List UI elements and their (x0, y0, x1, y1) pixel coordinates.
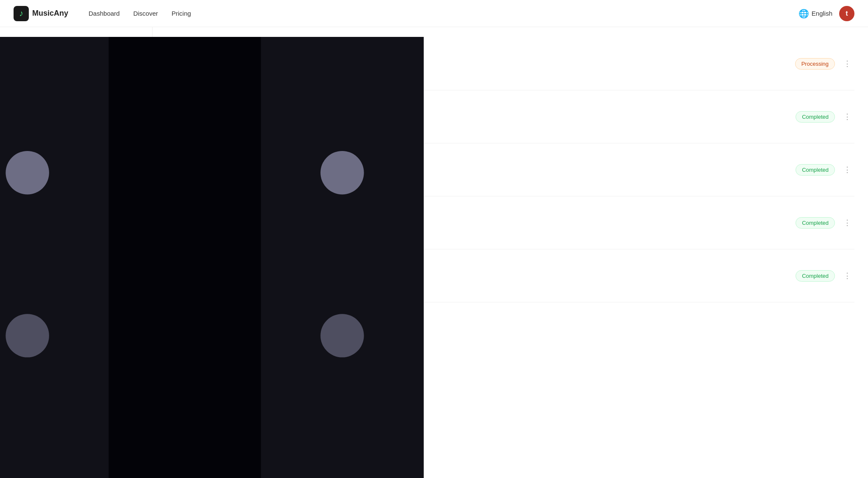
more-options-button[interactable]: ⋮ (840, 57, 854, 70)
more-options-button[interactable]: ⋮ (840, 163, 854, 176)
pricing-link[interactable]: Pricing (172, 10, 191, 17)
song-actions: Completed ⋮ (796, 163, 854, 176)
logo-icon: ♪ (14, 6, 29, 21)
user-avatar[interactable]: t (839, 6, 854, 21)
song-actions: Completed ⋮ (796, 216, 854, 229)
navbar: ♪ MusicAny Dashboard Discover Pricing 🌐 … (0, 0, 868, 27)
discover-link[interactable]: Discover (133, 10, 158, 17)
navbar-right: 🌐 English t (798, 6, 854, 21)
dashboard-link[interactable]: Dashboard (89, 10, 120, 17)
right-panel: Flat Earth Gospel 2024-10-11 12:06:49 Pr… (153, 27, 868, 478)
nav-links: Dashboard Discover Pricing (89, 10, 798, 17)
status-badge: Processing (795, 58, 835, 70)
song-actions: Processing ⋮ (795, 57, 854, 70)
status-badge: Completed (796, 164, 835, 176)
language-button[interactable]: 🌐 English (798, 8, 832, 19)
status-badge: Completed (796, 217, 835, 229)
song-actions: Completed ⋮ (796, 269, 854, 282)
language-label: English (812, 10, 832, 17)
status-badge: Completed (796, 270, 835, 282)
status-badge: Completed (796, 111, 835, 123)
song-card: Lost in the Echo pop synth-driven 2024-1… (166, 249, 854, 302)
app-name: MusicAny (32, 9, 68, 18)
more-options-button[interactable]: ⋮ (840, 110, 854, 123)
app-logo[interactable]: ♪ MusicAny (14, 6, 68, 21)
more-options-button[interactable]: ⋮ (840, 216, 854, 229)
svg-rect-32 (166, 257, 203, 294)
song-thumbnail[interactable] (166, 257, 203, 294)
song-actions: Completed ⋮ (796, 110, 854, 123)
more-options-button[interactable]: ⋮ (840, 269, 854, 282)
page-layout: Custom Mode Instrumental ? Lyrics ? Trut… (0, 27, 868, 478)
translate-icon: 🌐 (798, 8, 809, 19)
